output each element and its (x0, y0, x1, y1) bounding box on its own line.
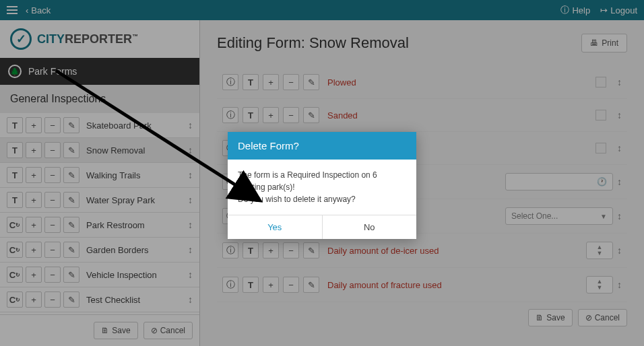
modal-title: Delete Form? (228, 132, 416, 160)
delete-form-modal: Delete Form? The form is a Required Insp… (228, 132, 416, 239)
modal-body: The form is a Required Inspection on 6 e… (228, 160, 416, 215)
modal-no-button[interactable]: No (323, 215, 417, 239)
modal-yes-button[interactable]: Yes (228, 215, 323, 239)
